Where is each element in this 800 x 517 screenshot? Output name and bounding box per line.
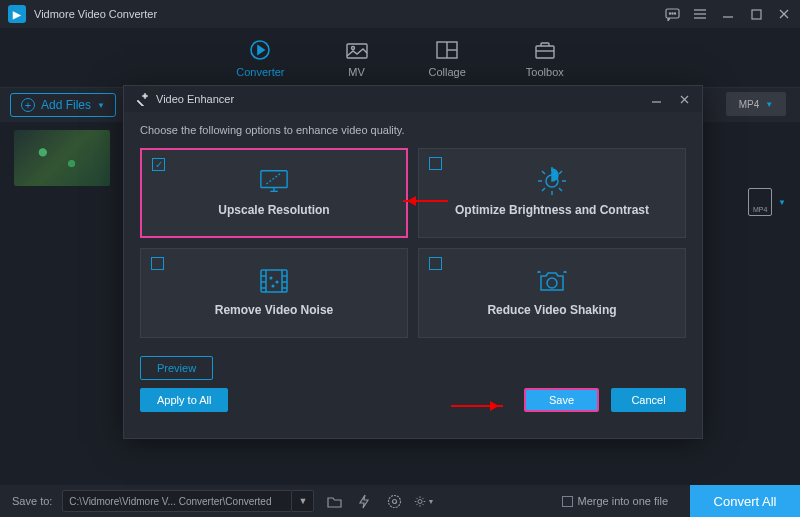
option-reduce-shaking[interactable]: Reduce Video Shaking bbox=[418, 248, 686, 338]
hw-accel-icon[interactable] bbox=[354, 491, 374, 511]
minimize-icon[interactable] bbox=[720, 6, 736, 22]
film-icon bbox=[259, 269, 289, 293]
save-button[interactable]: Save bbox=[524, 388, 599, 412]
toolbox-icon bbox=[533, 38, 557, 62]
app-logo-icon: ▶ bbox=[8, 5, 26, 23]
convert-all-button[interactable]: Convert All bbox=[690, 485, 800, 517]
monitor-icon bbox=[259, 169, 289, 193]
svg-line-35 bbox=[559, 188, 562, 191]
checkbox-checked-icon: ✓ bbox=[152, 158, 165, 171]
titlebar: ▶ Vidmore Video Converter bbox=[0, 0, 800, 28]
top-nav: Converter MV Collage Toolbox bbox=[0, 28, 800, 88]
checkbox-icon bbox=[562, 496, 573, 507]
save-to-label: Save to: bbox=[12, 495, 52, 507]
brightness-icon bbox=[537, 169, 567, 193]
output-format-value: MP4 bbox=[739, 99, 760, 110]
annotation-arrow-icon bbox=[403, 200, 448, 202]
nav-label: Toolbox bbox=[526, 66, 564, 78]
add-files-label: Add Files bbox=[41, 98, 91, 112]
camera-icon bbox=[537, 269, 567, 293]
svg-rect-26 bbox=[261, 171, 287, 188]
svg-rect-18 bbox=[536, 46, 554, 58]
merge-label: Merge into one file bbox=[578, 495, 669, 507]
modal-minimize-icon[interactable] bbox=[648, 91, 664, 107]
mv-icon bbox=[345, 38, 369, 62]
wand-icon bbox=[134, 92, 148, 106]
chevron-down-icon: ▼ bbox=[765, 100, 773, 109]
svg-point-20 bbox=[388, 495, 400, 507]
svg-marker-12 bbox=[258, 46, 264, 54]
output-format-select[interactable]: MP4 ▼ bbox=[726, 92, 786, 116]
tab-collage[interactable]: Collage bbox=[429, 38, 466, 78]
feedback-icon[interactable] bbox=[664, 6, 680, 22]
svg-point-2 bbox=[671, 12, 672, 13]
plus-icon: + bbox=[21, 98, 35, 112]
apply-to-all-button[interactable]: Apply to All bbox=[140, 388, 228, 412]
close-icon[interactable] bbox=[776, 6, 792, 22]
task-settings-icon[interactable] bbox=[384, 491, 404, 511]
gear-icon[interactable]: ▼ bbox=[414, 491, 434, 511]
video-enhancer-modal: Video Enhancer Choose the following opti… bbox=[123, 85, 703, 439]
option-upscale-resolution[interactable]: ✓ Upscale Resolution bbox=[140, 148, 408, 238]
checkbox-icon bbox=[151, 257, 164, 270]
chevron-down-icon: ▼ bbox=[97, 101, 105, 110]
svg-line-34 bbox=[542, 171, 545, 174]
bottombar: Save to: C:\Vidmore\Vidmore V... Convert… bbox=[0, 485, 800, 517]
svg-point-48 bbox=[276, 281, 278, 283]
svg-line-37 bbox=[542, 188, 545, 191]
svg-point-49 bbox=[272, 285, 274, 287]
svg-point-14 bbox=[351, 46, 354, 49]
tab-toolbox[interactable]: Toolbox bbox=[526, 38, 564, 78]
option-remove-noise[interactable]: Remove Video Noise bbox=[140, 248, 408, 338]
nav-label: Converter bbox=[236, 66, 284, 78]
svg-line-36 bbox=[559, 171, 562, 174]
checkbox-icon bbox=[429, 157, 442, 170]
nav-label: MV bbox=[348, 66, 365, 78]
item-output-format[interactable]: MP4 ▼ bbox=[748, 188, 786, 216]
svg-point-3 bbox=[674, 12, 675, 13]
merge-checkbox[interactable]: Merge into one file bbox=[562, 495, 669, 507]
svg-point-1 bbox=[669, 12, 670, 13]
menu-icon[interactable] bbox=[692, 6, 708, 22]
svg-rect-13 bbox=[347, 44, 367, 58]
option-label: Reduce Video Shaking bbox=[487, 303, 616, 317]
chevron-down-icon: ▼ bbox=[778, 198, 786, 207]
svg-point-50 bbox=[547, 278, 557, 288]
checkbox-icon bbox=[429, 257, 442, 270]
option-label: Optimize Brightness and Contrast bbox=[455, 203, 649, 217]
converter-icon bbox=[248, 38, 272, 62]
file-icon: MP4 bbox=[748, 188, 772, 216]
open-folder-icon[interactable] bbox=[324, 491, 344, 511]
tab-converter[interactable]: Converter bbox=[236, 38, 284, 78]
option-label: Remove Video Noise bbox=[215, 303, 334, 317]
tab-mv[interactable]: MV bbox=[345, 38, 369, 78]
modal-caption: Choose the following options to enhance … bbox=[140, 124, 686, 136]
svg-point-47 bbox=[270, 277, 272, 279]
app-title: Vidmore Video Converter bbox=[34, 8, 157, 20]
modal-close-icon[interactable] bbox=[676, 91, 692, 107]
modal-titlebar: Video Enhancer bbox=[124, 86, 702, 112]
svg-point-21 bbox=[392, 499, 396, 503]
svg-rect-8 bbox=[752, 10, 761, 19]
add-files-button[interactable]: + Add Files ▼ bbox=[10, 93, 116, 117]
save-path-dropdown[interactable]: ▼ bbox=[292, 490, 314, 512]
maximize-icon[interactable] bbox=[748, 6, 764, 22]
modal-title: Video Enhancer bbox=[156, 93, 234, 105]
nav-label: Collage bbox=[429, 66, 466, 78]
cancel-button[interactable]: Cancel bbox=[611, 388, 686, 412]
save-path-field[interactable]: C:\Vidmore\Vidmore V... Converter\Conver… bbox=[62, 490, 292, 512]
annotation-arrow-icon bbox=[451, 405, 503, 407]
collage-icon bbox=[435, 38, 459, 62]
option-optimize-brightness[interactable]: Optimize Brightness and Contrast bbox=[418, 148, 686, 238]
video-thumbnail[interactable] bbox=[14, 130, 110, 186]
option-label: Upscale Resolution bbox=[218, 203, 329, 217]
preview-button[interactable]: Preview bbox=[140, 356, 213, 380]
svg-point-22 bbox=[418, 499, 422, 503]
